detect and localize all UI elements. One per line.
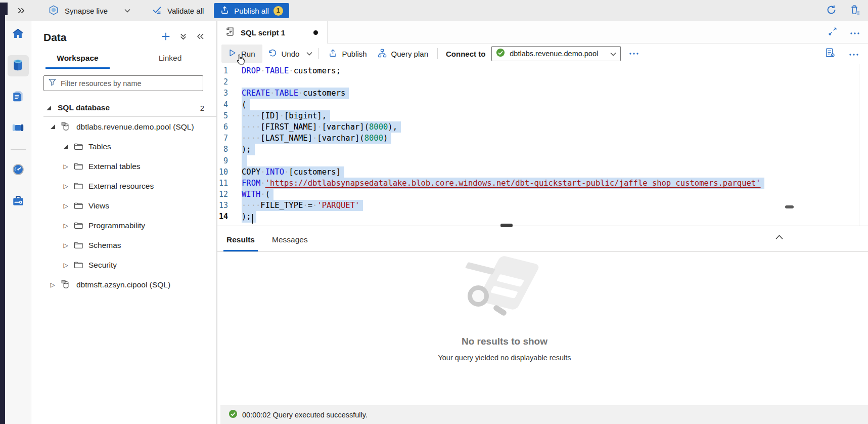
code-line[interactable]: 2 bbox=[217, 76, 859, 88]
line-number: 9 bbox=[217, 155, 242, 166]
status-message: 00:00:02 Query executed successfully. bbox=[242, 411, 368, 419]
code-line[interactable]: 5····[ID]·[bigint], bbox=[217, 110, 859, 121]
folder-icon bbox=[74, 162, 83, 170]
connection-name: dbtlabs.revenue.demo.pool bbox=[510, 50, 606, 58]
tree-item-dbtmsft-azsyn-cipool-sql[interactable]: ▷dbtmsft.azsyn.cipool (SQL) bbox=[31, 275, 216, 294]
add-icon[interactable] bbox=[161, 32, 170, 43]
tab-sql-script-1[interactable]: SQL script 1 bbox=[217, 21, 328, 44]
code-line[interactable]: 1DROP·TABLE·customers; bbox=[217, 65, 859, 76]
chevron-up-icon[interactable] bbox=[775, 233, 784, 242]
properties-icon[interactable] bbox=[825, 47, 836, 60]
data-icon bbox=[11, 58, 25, 74]
tree-item-security[interactable]: ▷Security bbox=[31, 255, 216, 275]
tab-workspace[interactable]: Workspace bbox=[45, 50, 110, 69]
publish-all-button[interactable]: Publish all 1 bbox=[214, 3, 289, 18]
empty-state-subtitle: Your query yielded no displayable result… bbox=[403, 354, 606, 362]
code-line[interactable]: 6····[FIRST_NAME]·[varchar](8000), bbox=[217, 121, 859, 133]
refresh-icon[interactable] bbox=[826, 4, 837, 18]
collapsed-arrow-icon[interactable]: ▷ bbox=[62, 262, 70, 269]
nav-item-integrate[interactable] bbox=[8, 118, 29, 139]
nav-divider bbox=[11, 149, 26, 150]
tab-linked[interactable]: Linked bbox=[138, 50, 202, 69]
unsaved-changes-dot bbox=[313, 30, 318, 35]
expand-icon[interactable] bbox=[828, 26, 838, 38]
collapse-panel-icon[interactable] bbox=[196, 33, 204, 42]
code-line[interactable]: 12WITH·( bbox=[217, 189, 859, 200]
editor-region: SQL script 1 Run Undo Publish bbox=[217, 21, 868, 424]
nav-item-monitor[interactable] bbox=[8, 160, 29, 181]
undo-button[interactable]: Undo bbox=[262, 45, 305, 63]
code-line[interactable]: 11FROM·'https://dbtlabsynapsedatalake.bl… bbox=[217, 178, 859, 189]
resource-tree: SQL database 2 dbtlabs.revenue.demo.pool… bbox=[31, 99, 216, 294]
collapsed-arrow-icon[interactable]: ▷ bbox=[62, 163, 70, 170]
code-line[interactable]: 9 bbox=[217, 155, 859, 166]
tree-item-label: dbtlabs.revenue.demo.pool (SQL) bbox=[76, 122, 194, 132]
window-corner-notch bbox=[0, 3, 8, 15]
double-chevron-right-icon[interactable] bbox=[17, 7, 25, 14]
magnifier-illustration bbox=[468, 285, 489, 307]
expanded-arrow-icon[interactable] bbox=[62, 144, 70, 149]
integrate-icon bbox=[11, 121, 25, 137]
query-plan-button[interactable]: Query plan bbox=[372, 45, 433, 63]
monitor-icon bbox=[12, 163, 25, 178]
double-chevron-down-icon[interactable] bbox=[179, 32, 187, 43]
tree-item-dbtlabs-revenue-demo-pool-sql[interactable]: dbtlabs.revenue.demo.pool (SQL) bbox=[31, 117, 216, 137]
tab-results[interactable]: Results bbox=[223, 230, 258, 251]
results-tab-border bbox=[217, 251, 868, 252]
tree-item-views[interactable]: ▷Views bbox=[31, 196, 216, 216]
sql-code-editor[interactable]: 1DROP·TABLE·customers;23CREATE·TABLE·cus… bbox=[217, 64, 859, 226]
collapsed-arrow-icon[interactable]: ▷ bbox=[62, 242, 70, 249]
database-count: 2 bbox=[200, 104, 204, 112]
publish-count-badge: 1 bbox=[273, 6, 283, 16]
editor-scrollbar-thumb[interactable] bbox=[785, 205, 794, 208]
nav-item-home[interactable] bbox=[8, 24, 29, 45]
connection-dropdown[interactable]: dbtlabs.revenue.demo.pool bbox=[491, 46, 621, 61]
code-line[interactable]: 8); bbox=[217, 144, 859, 155]
code-line[interactable]: 3CREATE·TABLE·customers bbox=[217, 88, 859, 99]
tree-item-programmability[interactable]: ▷Programmability bbox=[31, 216, 216, 235]
tree-item-label: External resources bbox=[88, 182, 154, 191]
line-number: 11 bbox=[217, 178, 242, 189]
expanded-arrow-icon[interactable] bbox=[44, 106, 53, 110]
tree-item-sql-database[interactable]: SQL database 2 bbox=[31, 99, 216, 116]
collapsed-arrow-icon[interactable]: ▷ bbox=[62, 202, 70, 209]
synapse-live-dropdown[interactable]: Synapse live bbox=[48, 5, 130, 17]
line-number: 7 bbox=[217, 133, 242, 144]
publish-button[interactable]: Publish bbox=[323, 45, 372, 62]
discard-icon[interactable] bbox=[849, 4, 861, 18]
expanded-arrow-icon[interactable] bbox=[49, 124, 57, 129]
hand-cursor-icon bbox=[235, 54, 247, 69]
code-line[interactable]: 10COPY·INTO·[customers] bbox=[217, 166, 859, 178]
editor-toolbar: Run Undo Publish Query plan Connect to d… bbox=[217, 44, 868, 64]
tree-item-schemas[interactable]: ▷Schemas bbox=[31, 235, 216, 255]
ellipsis-icon[interactable] bbox=[850, 28, 860, 37]
ellipsis-icon[interactable] bbox=[629, 52, 639, 55]
collapsed-arrow-icon[interactable]: ▷ bbox=[62, 222, 70, 229]
filter-input[interactable] bbox=[61, 79, 198, 88]
home-icon bbox=[11, 27, 25, 43]
nav-item-develop[interactable] bbox=[8, 87, 29, 108]
code-line[interactable]: 7····[LAST_NAME]·[varchar](8000) bbox=[217, 133, 859, 144]
nav-item-manage[interactable] bbox=[8, 191, 29, 213]
query-plan-icon bbox=[377, 48, 387, 60]
folder-icon bbox=[74, 222, 83, 229]
tree-item-external-tables[interactable]: ▷External tables bbox=[31, 156, 216, 176]
collapsed-arrow-icon[interactable]: ▷ bbox=[49, 281, 57, 288]
validate-all-button[interactable]: Validate all bbox=[152, 5, 204, 17]
code-line[interactable]: 13····FILE_TYPE·=·'PARQUET' bbox=[217, 200, 859, 211]
chevron-down-icon[interactable] bbox=[610, 49, 616, 58]
filter-icon bbox=[49, 78, 56, 88]
tree-root-label: SQL database bbox=[58, 103, 110, 112]
tab-messages[interactable]: Messages bbox=[269, 230, 311, 251]
ellipsis-icon[interactable] bbox=[849, 49, 859, 58]
tree-item-tables[interactable]: Tables bbox=[31, 137, 216, 156]
tree-item-external-resources[interactable]: ▷External resources bbox=[31, 176, 216, 196]
database-icon bbox=[61, 279, 71, 290]
code-line[interactable]: 14); bbox=[217, 211, 859, 222]
publish-icon bbox=[220, 5, 230, 16]
search-illustration bbox=[462, 256, 547, 326]
nav-item-data[interactable] bbox=[8, 55, 29, 76]
code-line[interactable]: 4( bbox=[217, 99, 859, 110]
undo-dropdown-chevron[interactable] bbox=[304, 52, 314, 56]
collapsed-arrow-icon[interactable]: ▷ bbox=[62, 183, 70, 190]
